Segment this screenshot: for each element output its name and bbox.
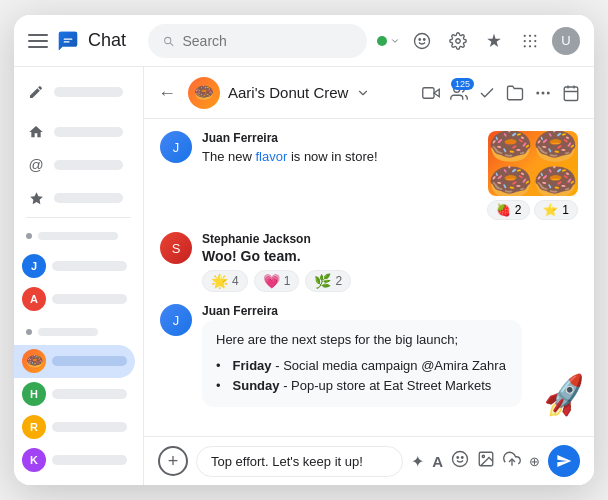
status-dot bbox=[377, 36, 387, 46]
reaction-star[interactable]: 🌟 4 bbox=[202, 270, 248, 292]
sidebar-space-label-active bbox=[52, 356, 127, 366]
input-image-icon[interactable] bbox=[477, 450, 495, 472]
input-emoji-icon[interactable] bbox=[451, 450, 469, 472]
members-icon[interactable]: 125 bbox=[450, 84, 468, 102]
input-more-icon[interactable]: ⊕ bbox=[529, 454, 540, 469]
svg-point-18 bbox=[547, 91, 550, 94]
chat-group-avatar: 🍩 bbox=[188, 77, 220, 109]
task-check-icon[interactable] bbox=[478, 84, 496, 102]
sidebar-space-item-active[interactable]: 🍩 bbox=[14, 345, 135, 378]
msg-content-3: Juan Ferreira Here are the next steps fo… bbox=[202, 304, 578, 407]
member-count-badge: 125 bbox=[451, 78, 474, 90]
new-chat-icon bbox=[26, 82, 46, 102]
reaction-star-emoji: 🌟 bbox=[211, 273, 228, 289]
mention-icon: @ bbox=[26, 155, 46, 175]
msg-intro-3: Here are the next steps for the big laun… bbox=[216, 330, 508, 350]
search-input[interactable] bbox=[183, 33, 354, 49]
sidebar-item-new-chat[interactable] bbox=[14, 75, 135, 108]
messages-area[interactable]: J Juan Ferreira The new flavor is now in… bbox=[144, 119, 594, 436]
input-upload-icon[interactable] bbox=[503, 450, 521, 472]
message-input[interactable] bbox=[196, 446, 403, 477]
donut-image: 🍩🍩🍩🍩 bbox=[488, 131, 578, 196]
message-group-2: S Stephanie Jackson Woo! Go team. 🌟 4 💗 … bbox=[160, 232, 578, 292]
emoji-top-icon[interactable] bbox=[408, 27, 436, 55]
input-format-icon[interactable]: A bbox=[432, 453, 443, 470]
hamburger-icon[interactable] bbox=[28, 31, 48, 51]
add-button[interactable]: + bbox=[158, 446, 188, 476]
message-group-1: J Juan Ferreira The new flavor is now in… bbox=[160, 131, 578, 220]
rocket-decoration: 🚀 bbox=[543, 375, 588, 417]
apps-grid-icon[interactable] bbox=[516, 27, 544, 55]
spaces-section-dot bbox=[26, 329, 32, 335]
svg-point-8 bbox=[524, 39, 526, 41]
home-icon bbox=[26, 122, 46, 142]
sidebar: @ J bbox=[14, 67, 144, 485]
chat-group-name[interactable]: Aari's Donut Crew bbox=[228, 84, 348, 101]
back-button[interactable]: ← bbox=[158, 84, 176, 102]
svg-point-25 bbox=[462, 457, 464, 459]
image-reaction-star[interactable]: ⭐ 1 bbox=[534, 200, 578, 220]
svg-point-1 bbox=[415, 33, 430, 48]
mention-amira[interactable]: @Amira Zahra bbox=[421, 358, 506, 373]
msg-content-2: Stephanie Jackson Woo! Go team. 🌟 4 💗 1 bbox=[202, 232, 578, 292]
more-options-icon[interactable] bbox=[534, 84, 552, 102]
video-call-icon[interactable] bbox=[422, 84, 440, 102]
settings-icon[interactable] bbox=[444, 27, 472, 55]
reaction-leaf[interactable]: 🌿 2 bbox=[305, 270, 351, 292]
image-reaction-star-count: 1 bbox=[562, 203, 569, 217]
sidebar-space-item-2[interactable]: R bbox=[14, 411, 135, 444]
msg-avatar-juan-1: J bbox=[160, 131, 192, 163]
spaces-section-label bbox=[38, 328, 98, 336]
msg-avatar-stephanie: S bbox=[160, 232, 192, 264]
image-reaction-strawberry[interactable]: 🍓 2 bbox=[487, 200, 531, 220]
group-name-chevron-icon[interactable] bbox=[356, 86, 370, 100]
flavor-link[interactable]: flavor bbox=[255, 149, 287, 164]
svg-rect-19 bbox=[564, 87, 578, 101]
sidebar-item-mentions[interactable]: @ bbox=[14, 148, 135, 181]
user-avatar[interactable]: U bbox=[552, 27, 580, 55]
input-sparkle-icon[interactable]: ✦ bbox=[411, 452, 424, 471]
status-chevron-icon bbox=[390, 36, 400, 46]
top-bar: Chat bbox=[14, 15, 594, 67]
folder-icon[interactable] bbox=[506, 84, 524, 102]
svg-point-24 bbox=[457, 457, 459, 459]
reaction-leaf-count: 2 bbox=[335, 274, 342, 288]
svg-point-3 bbox=[424, 38, 426, 40]
main-body: @ J bbox=[14, 67, 594, 485]
space-avatar-3: K bbox=[22, 448, 46, 472]
msg-sender-1: Juan Ferreira bbox=[202, 131, 477, 145]
calendar-icon[interactable] bbox=[562, 84, 580, 102]
reaction-star-count: 4 bbox=[232, 274, 239, 288]
app-window: Chat bbox=[14, 15, 594, 485]
sidebar-space-label-2 bbox=[52, 422, 127, 432]
sidebar-space-item-1[interactable]: H bbox=[14, 378, 135, 411]
svg-point-2 bbox=[419, 38, 421, 40]
reaction-heart[interactable]: 💗 1 bbox=[254, 270, 300, 292]
donut-emoji: 🍩🍩🍩🍩 bbox=[488, 131, 578, 196]
status-indicator[interactable] bbox=[377, 36, 400, 46]
send-button[interactable] bbox=[548, 445, 580, 477]
step-sunday: Sunday - Pop-up store at Eat Street Mark… bbox=[216, 376, 508, 397]
top-bar-left: Chat bbox=[28, 29, 138, 53]
sidebar-space-label-1 bbox=[52, 389, 127, 399]
svg-rect-14 bbox=[423, 87, 434, 98]
svg-point-4 bbox=[456, 38, 461, 43]
space-avatar-active: 🍩 bbox=[22, 349, 46, 373]
sidebar-space-item-3[interactable]: K bbox=[14, 444, 135, 477]
svg-point-16 bbox=[536, 91, 539, 94]
sidebar-chat-item-1[interactable]: J bbox=[14, 249, 135, 282]
input-bar: + ✦ A bbox=[144, 436, 594, 485]
eat-street-link[interactable]: Eat Street Markets bbox=[384, 378, 492, 393]
sidebar-item-home[interactable] bbox=[14, 115, 135, 148]
sidebar-chat-item-2[interactable]: A bbox=[14, 282, 135, 315]
star-magic-icon[interactable] bbox=[480, 27, 508, 55]
starred-icon bbox=[26, 188, 46, 208]
svg-point-23 bbox=[453, 452, 468, 467]
message-group-3: J Juan Ferreira Here are the next steps … bbox=[160, 304, 578, 407]
search-bar[interactable] bbox=[148, 24, 367, 58]
step-list: Friday - Social media campaign @Amira Za… bbox=[216, 356, 508, 398]
svg-point-17 bbox=[542, 91, 545, 94]
sidebar-chat-label-2 bbox=[52, 294, 127, 304]
google-chat-logo-icon bbox=[56, 29, 80, 53]
sidebar-item-starred[interactable] bbox=[14, 182, 135, 215]
